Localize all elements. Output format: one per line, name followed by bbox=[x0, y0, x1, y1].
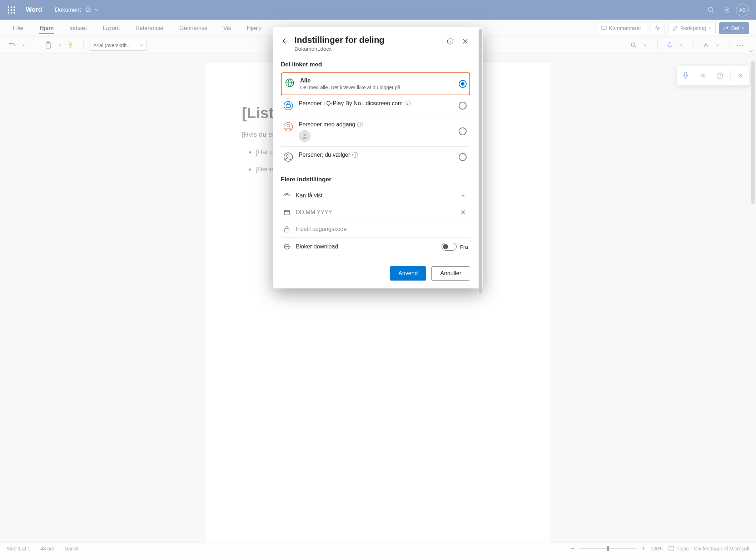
lock-icon bbox=[283, 226, 291, 232]
block-download-row: Bloker download Fra bbox=[281, 238, 470, 256]
more-settings-label: Flere indstillinger bbox=[281, 176, 470, 183]
cancel-button[interactable]: Annuller bbox=[431, 266, 470, 281]
modal-subtitle: Dokument.docx bbox=[294, 46, 440, 52]
person-plus-icon bbox=[283, 152, 294, 162]
block-download-label: Bloker download bbox=[296, 243, 437, 250]
block-icon bbox=[283, 243, 291, 250]
modal-scrollbar-thumb[interactable] bbox=[479, 29, 482, 293]
block-download-toggle[interactable] bbox=[442, 243, 457, 251]
svg-point-31 bbox=[286, 155, 289, 157]
chevron-down-icon bbox=[458, 193, 468, 198]
toggle-state-label: Fra bbox=[460, 244, 468, 250]
share-option-org[interactable]: Personer i Q-Play By No...dicscreen.com … bbox=[281, 95, 470, 116]
svg-rect-33 bbox=[285, 229, 289, 232]
eye-icon bbox=[283, 193, 291, 198]
info-icon[interactable]: i bbox=[352, 152, 358, 158]
option-title: Personer, du vælger i bbox=[299, 152, 454, 158]
back-button[interactable] bbox=[281, 37, 289, 46]
svg-point-29 bbox=[304, 134, 306, 136]
person-circle-icon bbox=[283, 121, 294, 132]
share-option-anyone[interactable]: Alle Del med alle. Det kræver ikke at du… bbox=[281, 72, 470, 95]
password-placeholder: Indstil adgangskode bbox=[296, 226, 468, 232]
share-with-label: Del linket med bbox=[281, 61, 470, 68]
modal-info-icon[interactable] bbox=[445, 36, 455, 46]
svg-point-27 bbox=[284, 122, 293, 131]
option-title: Personer i Q-Play By No...dicscreen.com … bbox=[299, 100, 454, 107]
modal-scrollbar[interactable] bbox=[478, 27, 483, 288]
expiry-date-input[interactable]: DD.MM.YYYY bbox=[281, 204, 470, 221]
radio-unselected[interactable] bbox=[459, 153, 467, 161]
radio-unselected[interactable] bbox=[459, 127, 467, 135]
modal-title: Indstillinger for deling bbox=[294, 35, 440, 45]
permission-value: Kan få vist bbox=[296, 192, 453, 199]
info-icon[interactable]: i bbox=[357, 122, 363, 127]
svg-rect-32 bbox=[284, 210, 289, 215]
globe-icon bbox=[284, 77, 295, 88]
option-title: Personer med adgang i bbox=[299, 121, 454, 128]
expiry-placeholder: DD.MM.YYYY bbox=[296, 209, 453, 216]
permission-dropdown[interactable]: Kan få vist bbox=[281, 187, 470, 204]
share-option-existing[interactable]: Personer med adgang i bbox=[281, 116, 470, 147]
password-input[interactable]: Indstil adgangskode bbox=[281, 221, 470, 238]
option-title: Alle bbox=[300, 77, 454, 84]
modal-overlay: Indstillinger for deling Dokument.docx D… bbox=[0, 0, 756, 554]
sharing-settings-dialog: Indstillinger for deling Dokument.docx D… bbox=[273, 27, 483, 288]
svg-rect-26 bbox=[286, 105, 290, 107]
modal-close-button[interactable] bbox=[460, 36, 470, 46]
share-option-specific[interactable]: Personer, du vælger i bbox=[281, 147, 470, 167]
radio-selected[interactable] bbox=[459, 80, 467, 88]
calendar-icon bbox=[283, 209, 291, 216]
svg-point-28 bbox=[287, 124, 290, 127]
option-description: Del med alle. Det kræver ikke at du logg… bbox=[300, 85, 454, 90]
briefcase-icon bbox=[283, 100, 294, 111]
apply-button[interactable]: Anvend bbox=[390, 266, 426, 281]
clear-date-button[interactable] bbox=[458, 210, 468, 215]
info-icon[interactable]: i bbox=[405, 101, 411, 106]
existing-person-avatar bbox=[299, 131, 310, 141]
radio-unselected[interactable] bbox=[459, 102, 467, 110]
